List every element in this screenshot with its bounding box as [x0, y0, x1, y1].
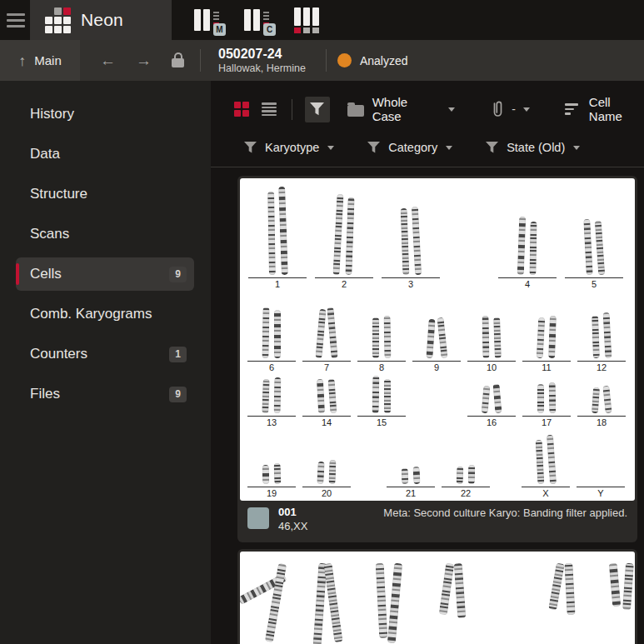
chromosome [274, 377, 282, 413]
group-baseline [248, 277, 307, 278]
filter-state-old[interactable]: State (Old) [486, 141, 580, 154]
chromosome-group-1: 1 [244, 178, 311, 292]
hamburger-menu-icon[interactable] [0, 0, 30, 40]
grid-view-button[interactable] [234, 102, 249, 117]
selected-accent-bar [16, 263, 19, 285]
chromosome [412, 467, 420, 484]
chromosome [602, 386, 612, 414]
sidebar-item-counters[interactable]: Counters1 [0, 334, 211, 374]
chromosome [315, 309, 326, 358]
group-baseline [442, 487, 489, 487]
filter-row: KaryotypeCategoryState (Old) [244, 136, 644, 159]
chromosome [468, 465, 475, 484]
navigation-bar: ↑ Main ← → 050207-24 Hallowak, Hermine A… [0, 40, 644, 81]
cell-name: 001 [278, 506, 307, 520]
group-baseline [315, 277, 373, 278]
attachment-dropdown[interactable]: - [492, 100, 530, 118]
selected-accent-bar [16, 303, 19, 325]
chromosome [372, 376, 380, 413]
chromosome [332, 194, 343, 275]
app-tab-plain[interactable] [292, 0, 324, 40]
chevron-down-icon [523, 107, 530, 112]
chromosome [402, 468, 409, 484]
sidebar-item-files[interactable]: Files9 [0, 374, 211, 414]
group-label: 17 [542, 417, 552, 430]
selected-accent-bar [16, 143, 19, 165]
chromosome [547, 435, 557, 484]
cell-select-checkbox[interactable] [247, 507, 269, 529]
folder-icon [347, 105, 364, 117]
paperclip-icon [492, 100, 504, 118]
list-view-button[interactable] [262, 102, 277, 116]
sidebar-item-cells[interactable]: Cells9 [0, 254, 211, 294]
group-label: 16 [487, 417, 497, 430]
cell-card-001[interactable]: 12345678910111213141516171819202122XY001… [237, 176, 637, 542]
chromosome [517, 217, 526, 275]
sidebar-item-label: Data [30, 146, 60, 162]
sidebar: HistoryDataStructureScansCells9Comb. Kar… [0, 81, 211, 644]
sort-control[interactable]: Cell Name [565, 95, 644, 123]
group-label: 21 [406, 488, 416, 501]
chromosome [426, 319, 435, 358]
chromosome-group [359, 563, 417, 644]
chromosome [274, 463, 282, 484]
chromosome [327, 307, 337, 358]
chevron-down-icon [446, 146, 452, 150]
filter-label: State (Old) [507, 141, 565, 154]
app-tab-m[interactable]: M [192, 0, 222, 40]
scope-dropdown[interactable]: Whole Case [347, 95, 455, 123]
forward-button[interactable]: → [136, 52, 152, 70]
tab-neon[interactable]: Neon [30, 0, 172, 40]
chromosome [493, 317, 502, 358]
group-baseline [498, 277, 557, 278]
status-label: Analyzed [360, 54, 408, 67]
group-baseline [522, 487, 569, 487]
chromosome-group-4: 4 [494, 178, 561, 292]
lock-icon[interactable] [172, 58, 184, 67]
funnel-icon [310, 102, 324, 116]
sidebar-item-data[interactable]: Data [0, 134, 211, 174]
sidebar-item-structure[interactable]: Structure [0, 174, 211, 214]
topbar-tabs: MC [192, 0, 324, 40]
group-baseline [357, 416, 405, 417]
selected-accent-bar [16, 223, 19, 245]
divider [211, 167, 644, 167]
chromosome [536, 440, 545, 484]
chromosome-group-17: 17 [519, 375, 574, 430]
group-label: 4 [525, 279, 530, 292]
up-arrow-icon: ↑ [18, 53, 26, 68]
main-button[interactable]: ↑ Main [0, 40, 80, 81]
funnel-icon [367, 142, 380, 153]
group-label: 22 [461, 488, 471, 501]
chromosome-group-15: 15 [354, 375, 409, 430]
filter-karyotype[interactable]: Karyotype [244, 141, 334, 154]
back-button[interactable]: ← [100, 52, 116, 70]
sidebar-item-comb-karyograms[interactable]: Comb. Karyograms [0, 294, 211, 334]
group-baseline [467, 416, 515, 417]
chromosome [401, 208, 410, 275]
filter-category[interactable]: Category [367, 141, 452, 154]
selected-accent-bar [16, 383, 19, 405]
app-tab-c[interactable]: C [242, 0, 272, 40]
group-label: 11 [542, 362, 551, 375]
filter-button[interactable] [305, 97, 330, 122]
chromosome [537, 317, 546, 358]
chromosome [262, 465, 269, 484]
karyogram-image [240, 552, 635, 644]
chromosome-group-16: 16 [464, 375, 519, 430]
sidebar-item-scans[interactable]: Scans [0, 214, 211, 254]
funnel-icon [244, 142, 257, 153]
chromosome [278, 187, 288, 275]
chevron-down-icon [448, 107, 455, 112]
app-window: Neon MC ↑ Main ← → 050207-24 Hallowak, H… [0, 0, 644, 644]
cell-card[interactable] [237, 549, 637, 644]
chromosome [267, 192, 276, 275]
chromosome-group-2: 2 [311, 178, 377, 292]
chromosome-group-21: 21 [383, 430, 438, 501]
chromosome [262, 379, 269, 413]
sidebar-item-history[interactable]: History [0, 94, 211, 134]
count-badge: 9 [169, 267, 187, 282]
group-baseline [302, 416, 350, 417]
sort-icon [565, 103, 578, 115]
sidebar-item-label: Comb. Karyograms [30, 306, 152, 322]
